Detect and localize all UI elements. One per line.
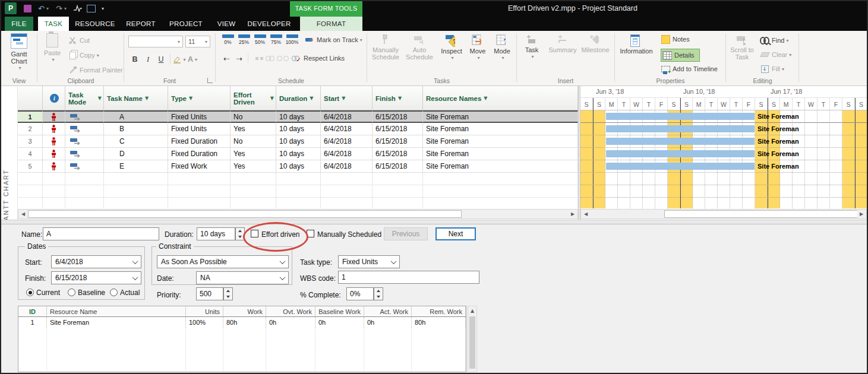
table-hscroll-right-arrow[interactable]: ▶ xyxy=(569,210,577,218)
cell-resources[interactable]: Site Foreman xyxy=(423,160,578,173)
manually-scheduled-label[interactable]: Manually Scheduled xyxy=(317,230,381,239)
empty-cell[interactable] xyxy=(168,185,231,198)
cell-type[interactable]: Fixed Work xyxy=(168,160,231,173)
resource-column-header-units[interactable]: Units xyxy=(186,306,223,317)
cell-effort[interactable]: Yes xyxy=(231,148,276,160)
split-task-icon[interactable] xyxy=(250,52,263,64)
resource-column-header-baseline-work[interactable]: Baseline Work xyxy=(315,306,364,317)
empty-cell[interactable] xyxy=(321,173,373,185)
insert-task-button[interactable]: Task▾ xyxy=(520,33,544,61)
indicator-cell[interactable] xyxy=(43,148,65,160)
resource-cell[interactable]: 100% xyxy=(186,317,223,328)
cell-finish[interactable]: 6/15/2018 xyxy=(373,148,423,160)
empty-cell[interactable] xyxy=(321,185,373,198)
manually-schedule-button[interactable]: Manually Schedule xyxy=(369,33,402,61)
cell-name[interactable]: B xyxy=(104,123,168,135)
resource-cell[interactable]: 0h xyxy=(315,317,364,328)
resource-column-header-ovt-work[interactable]: Ovt. Work xyxy=(266,306,315,317)
gantt-task-bar[interactable] xyxy=(606,125,755,132)
cell-name[interactable]: A xyxy=(104,110,168,123)
pct-25-button[interactable]: 25% xyxy=(236,34,252,45)
cell-effort[interactable]: Yes xyxy=(231,123,276,135)
resource-cell[interactable]: 80h xyxy=(223,317,266,328)
empty-cell[interactable] xyxy=(373,185,423,198)
empty-cell[interactable] xyxy=(423,185,578,198)
task-row-A[interactable]: 1AFixed UnitsNo10 days6/4/20186/15/2018S… xyxy=(18,110,578,123)
column-header-finish[interactable]: Finish▼ xyxy=(373,86,423,110)
cell-id[interactable]: 5 xyxy=(18,160,43,173)
copy-button[interactable]: Copy▾ xyxy=(68,50,99,60)
pct-75-button[interactable]: 75% xyxy=(268,34,284,45)
fill-button[interactable]: ↓Fill▾ xyxy=(760,64,784,74)
mode-button[interactable]: ? Mode▾ xyxy=(490,33,514,62)
empty-task-row[interactable] xyxy=(18,173,578,185)
actual-radio-label[interactable]: Actual xyxy=(120,289,140,297)
cell-id[interactable]: 4 xyxy=(18,148,43,160)
filter-arrow-icon[interactable]: ▼ xyxy=(310,95,313,102)
font-color-button[interactable]: A▾ xyxy=(186,53,199,65)
start-date-combo[interactable]: 6/4/2018 xyxy=(51,255,141,268)
cell-type[interactable]: Fixed Duration xyxy=(168,148,231,160)
column-header-resources[interactable]: Resource Names▼ xyxy=(423,86,578,110)
mark-on-track-button[interactable]: ➜Mark on Track▾ xyxy=(305,35,362,45)
baseline-radio-label[interactable]: Baseline xyxy=(78,289,105,297)
column-header-effort[interactable]: Effort Driven▼ xyxy=(231,86,276,110)
outdent-task-icon[interactable]: ⇠ xyxy=(220,52,233,64)
cell-duration[interactable]: 10 days xyxy=(276,148,321,160)
pct-complete-spinner[interactable] xyxy=(374,287,383,300)
tab-format[interactable]: FORMAT xyxy=(300,17,362,31)
empty-cell[interactable] xyxy=(373,173,423,185)
move-button[interactable]: Move▾ xyxy=(466,33,489,62)
notes-button[interactable]: Notes xyxy=(661,34,690,44)
empty-cell[interactable] xyxy=(276,185,321,198)
baseline-radio[interactable] xyxy=(68,289,75,296)
cell-name[interactable]: C xyxy=(104,135,168,148)
task-row-D[interactable]: 4DFixed DurationYes10 days6/4/20186/15/2… xyxy=(18,148,578,160)
resource-vscrollbar[interactable]: ▲ xyxy=(468,306,477,372)
font-dialog-launcher[interactable] xyxy=(207,78,213,83)
constraint-type-combo[interactable]: As Soon As Possible xyxy=(157,255,289,268)
tab-file[interactable]: FILE xyxy=(5,17,33,31)
empty-cell[interactable] xyxy=(18,198,43,208)
empty-cell[interactable] xyxy=(168,173,231,185)
empty-cell[interactable] xyxy=(104,185,168,198)
resource-column-header-rem-work[interactable]: Rem. Work xyxy=(412,306,466,317)
gantt-hscroll-thumb[interactable] xyxy=(664,210,858,218)
column-header-mode[interactable]: Task Mode▼ xyxy=(65,86,104,110)
font-size-combo[interactable]: 11▾ xyxy=(185,36,210,47)
empty-cell[interactable] xyxy=(276,173,321,185)
cell-finish[interactable]: 6/15/2018 xyxy=(373,160,423,173)
unlink-tasks-icon[interactable] xyxy=(276,52,289,64)
paste-button[interactable]: Paste▾ xyxy=(40,33,64,64)
empty-cell[interactable] xyxy=(276,198,321,208)
gantt-hscrollbar[interactable]: ◀ ▶ xyxy=(580,209,867,219)
column-header-id[interactable] xyxy=(18,86,43,110)
column-header-ind[interactable]: i xyxy=(43,86,65,110)
pct-50-button[interactable]: 50% xyxy=(252,34,268,45)
underline-button[interactable]: U xyxy=(154,53,168,65)
undo-button[interactable]: ↶▾ xyxy=(36,2,51,14)
activity-icon-button[interactable] xyxy=(72,2,83,14)
priority-spinner[interactable] xyxy=(223,287,233,300)
finish-date-combo[interactable]: 6/15/2018 xyxy=(51,271,141,284)
task-mode-cell[interactable] xyxy=(65,160,104,173)
column-header-name[interactable]: Task Name▼ xyxy=(104,86,168,110)
respect-links-button[interactable]: ✓Respect Links xyxy=(292,53,345,63)
cell-id[interactable]: 2 xyxy=(18,123,43,135)
empty-task-row[interactable] xyxy=(18,185,578,198)
cell-resources[interactable]: Site Foreman xyxy=(423,110,578,123)
insert-summary-button[interactable]: Summary xyxy=(546,33,579,53)
task-name-input[interactable]: A xyxy=(43,227,159,240)
previous-button[interactable]: Previous xyxy=(384,227,428,240)
gantt-chart-button[interactable]: Gantt Chart▾ xyxy=(4,33,34,72)
pane-splitter-horizontal[interactable] xyxy=(0,220,868,224)
priority-input[interactable]: 500 xyxy=(196,287,223,300)
background-color-button[interactable]: ▾ xyxy=(173,53,186,65)
cell-start[interactable]: 6/4/2018 xyxy=(321,110,373,123)
find-button[interactable]: Find▾ xyxy=(760,36,788,45)
cell-id[interactable]: 3 xyxy=(18,135,43,148)
empty-cell[interactable] xyxy=(321,198,373,208)
current-radio-label[interactable]: Current xyxy=(36,289,60,297)
format-painter-button[interactable]: Format Painter xyxy=(68,65,123,75)
cell-start[interactable]: 6/4/2018 xyxy=(321,148,373,160)
